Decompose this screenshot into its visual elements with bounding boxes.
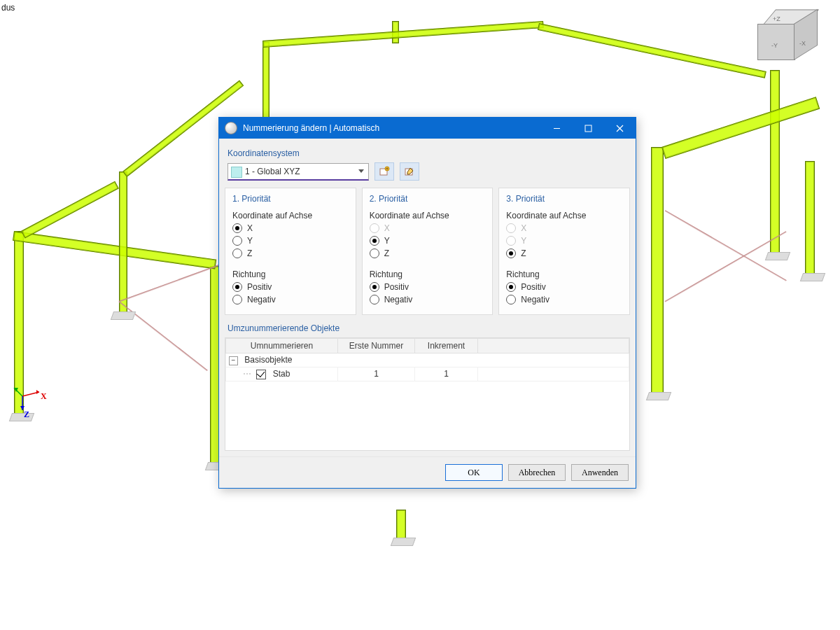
navcube-label: -X xyxy=(799,40,806,47)
row-increment[interactable]: 1 xyxy=(415,368,478,382)
viewport: dus xyxy=(0,0,840,630)
svg-rect-7 xyxy=(585,125,592,132)
p3-axis-z[interactable]: Z xyxy=(506,248,622,258)
tree-collapse-icon[interactable]: − xyxy=(229,356,238,365)
row-label: Stab xyxy=(273,369,290,379)
priority-2-panel: 2. Priorität Koordinate auf Achse X Y Z … xyxy=(362,188,493,315)
section-coord-label: Koordinatensystem xyxy=(227,148,627,158)
axis-group-label: Koordinate auf Achse xyxy=(370,211,486,220)
p2-axis-y[interactable]: Y xyxy=(370,236,486,246)
p3-axis-x: X xyxy=(506,223,622,233)
ok-button[interactable]: OK xyxy=(445,464,503,481)
svg-marker-1 xyxy=(36,390,39,394)
objects-table-wrap[interactable]: Umnummerieren Erste Nummer Inkrement − B… xyxy=(225,337,630,451)
priority-3-panel: 3. Priorität Koordinate auf Achse X Y Z … xyxy=(498,188,630,315)
dialog-footer: OK Abbrechen Anwenden xyxy=(219,456,636,488)
section-objects-label: Umzunummerierende Objekte xyxy=(227,323,627,333)
axis-group-label: Koordinate auf Achse xyxy=(506,211,622,220)
p3-dir-neg[interactable]: Negativ xyxy=(506,295,622,304)
coord-color-swatch xyxy=(231,167,242,178)
navigation-cube[interactable]: +Z -X -Y xyxy=(757,8,819,70)
priority-3-title: 3. Priorität xyxy=(506,194,622,204)
p2-dir-pos[interactable]: Positiv xyxy=(370,282,486,292)
dir-group-label: Richtung xyxy=(370,270,486,279)
edit-coord-button[interactable] xyxy=(400,162,419,181)
cancel-button[interactable]: Abbrechen xyxy=(508,464,566,481)
row-first[interactable]: 1 xyxy=(338,368,415,382)
p3-dir-pos[interactable]: Positiv xyxy=(506,282,622,292)
p1-axis-y[interactable]: Y xyxy=(232,236,349,246)
axis-group-label: Koordinate auf Achse xyxy=(232,211,349,220)
new-coord-button[interactable] xyxy=(374,162,394,181)
p1-axis-z[interactable]: Z xyxy=(232,248,349,258)
dialog-title: Nummerierung ändern | Automatisch xyxy=(243,123,541,133)
table-group-row[interactable]: − Basisobjekte xyxy=(226,354,629,368)
coord-system-value: 1 - Global XYZ xyxy=(245,167,300,176)
objects-table: Umnummerieren Erste Nummer Inkrement − B… xyxy=(225,338,629,382)
dir-group-label: Richtung xyxy=(506,270,622,279)
dialog-titlebar[interactable]: Nummerierung ändern | Automatisch xyxy=(219,118,636,139)
p2-dir-neg[interactable]: Negativ xyxy=(370,295,486,304)
col-increment[interactable]: Inkrement xyxy=(415,339,478,354)
renumber-dialog: Nummerierung ändern | Automatisch Koordi… xyxy=(218,117,636,489)
chevron-down-icon xyxy=(358,169,364,173)
maximize-button[interactable] xyxy=(573,118,604,139)
p1-dir-neg[interactable]: Negativ xyxy=(232,295,349,304)
table-row[interactable]: ⋯ Stab 1 1 xyxy=(226,368,629,382)
axis-gizmo: X Z xyxy=(10,375,52,417)
coord-system-select[interactable]: 1 - Global XYZ xyxy=(227,163,369,181)
tree-branch-icon: ⋯ xyxy=(243,369,254,379)
col-first[interactable]: Erste Nummer xyxy=(338,339,415,354)
priority-2-title: 2. Priorität xyxy=(370,194,486,204)
group-label: Basisobjekte xyxy=(244,355,292,365)
p2-axis-x: X xyxy=(370,223,486,233)
apply-button[interactable]: Anwenden xyxy=(571,464,629,481)
navcube-label: +Z xyxy=(773,15,780,22)
axis-z-label: Z xyxy=(24,410,29,419)
app-icon xyxy=(225,122,237,134)
p2-axis-z[interactable]: Z xyxy=(370,248,486,258)
axis-x-label: X xyxy=(41,392,47,400)
dir-group-label: Richtung xyxy=(232,270,349,279)
priority-1-title: 1. Priorität xyxy=(232,194,349,204)
col-renumber[interactable]: Umnummerieren xyxy=(226,339,338,354)
minimize-button[interactable] xyxy=(541,118,573,139)
col-spacer xyxy=(478,339,629,354)
priority-1-panel: 1. Priorität Koordinate auf Achse X Y Z … xyxy=(225,188,356,315)
row-checkbox[interactable] xyxy=(256,370,266,379)
navcube-label: -Y xyxy=(771,42,778,49)
p1-axis-x[interactable]: X xyxy=(232,223,349,233)
p1-dir-pos[interactable]: Positiv xyxy=(232,282,349,292)
close-button[interactable] xyxy=(604,118,636,139)
p3-axis-y: Y xyxy=(506,236,622,246)
